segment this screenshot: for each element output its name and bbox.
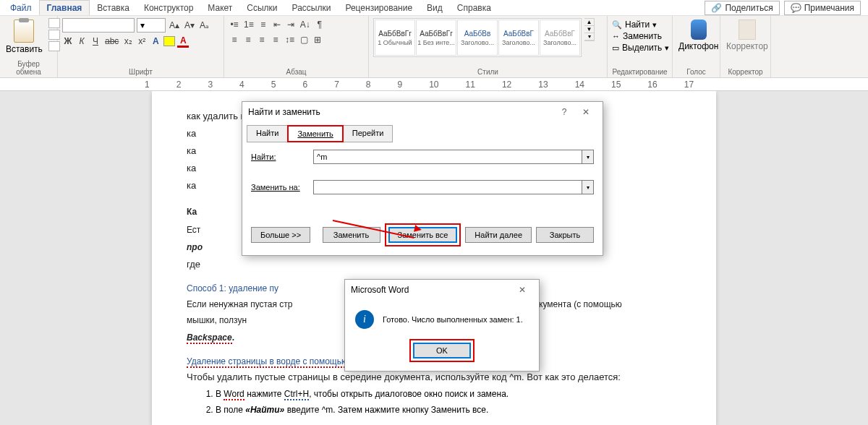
message-dialog: Microsoft Word ✕ i Готово. Число выполне… <box>344 279 540 372</box>
font-color-button[interactable]: A <box>177 35 189 48</box>
font-size-combo[interactable]: ▾ <box>137 18 166 33</box>
tab-replace[interactable]: Заменить <box>287 125 343 142</box>
select-button[interactable]: ▭ Выделить ▾ <box>612 43 669 53</box>
comments-button[interactable]: 💬Примечания <box>784 1 861 15</box>
tab-goto[interactable]: Перейти <box>343 125 393 142</box>
style-normal[interactable]: АаБбВвГг1 Обычный <box>375 20 415 56</box>
tab-design[interactable]: Конструктор <box>137 1 200 15</box>
group-font-label: Шрифт <box>62 66 219 77</box>
style-heading2[interactable]: АаБбВвГЗаголово... <box>498 20 539 56</box>
bullets-button[interactable]: •≡ <box>229 18 240 31</box>
group-paragraph-label: Абзац <box>229 66 364 77</box>
grow-font-button[interactable]: A▴ <box>168 19 181 32</box>
doc-list-item[interactable]: В Word нажмите Ctrl+H, чтобы открыть диа… <box>216 387 651 403</box>
justify-button[interactable]: ≡ <box>270 33 281 46</box>
group-clipboard-label: Буфер обмена <box>4 59 53 77</box>
clear-format-button[interactable]: Aₐ <box>198 19 210 32</box>
mic-icon <box>691 20 707 40</box>
find-dropdown[interactable]: ▾ <box>582 150 593 163</box>
line-spacing-button[interactable]: ↕≡ <box>284 33 296 46</box>
shrink-font-button[interactable]: A▾ <box>183 19 196 32</box>
group-corrector-label: Корректор <box>725 66 766 77</box>
paste-icon <box>14 20 34 43</box>
subscript-button[interactable]: x₂ <box>122 35 134 48</box>
tab-help[interactable]: Справка <box>450 1 498 15</box>
info-icon: i <box>355 310 374 329</box>
msg-title: Microsoft Word <box>351 285 409 295</box>
menu-bar: Файл Главная Вставка Конструктор Макет С… <box>0 0 868 16</box>
replace-one-button[interactable]: Заменить <box>323 227 380 243</box>
doc-paragraph[interactable]: Чтобы удалить пустые страницы в середине… <box>187 369 651 385</box>
underline-button[interactable]: Ч <box>90 35 101 48</box>
dialog-help-button[interactable]: ? <box>553 107 575 117</box>
tab-view[interactable]: Вид <box>420 1 450 15</box>
tab-insert[interactable]: Вставка <box>90 1 137 15</box>
superscript-button[interactable]: x² <box>136 35 148 48</box>
doc-list-item[interactable]: В поле «Найти» введите ^m. Затем нажмите… <box>216 403 651 418</box>
gallery-up[interactable]: ▲ <box>584 19 594 26</box>
ruler[interactable]: 1234567891011121314151617 <box>0 78 868 91</box>
align-right-button[interactable]: ≡ <box>256 33 268 46</box>
close-dialog-button[interactable]: Закрыть <box>536 227 594 243</box>
dialog-close-button[interactable]: ✕ <box>575 107 597 117</box>
ribbon: Вставить Буфер обмена ▾ A▴ A▾ Aₐ Ж К Ч <box>0 16 868 78</box>
tab-find[interactable]: Найти <box>247 125 288 142</box>
numbering-button[interactable]: 1≡ <box>242 18 255 31</box>
find-replace-dialog: Найти и заменить ? ✕ Найти Заменить Пере… <box>242 101 603 256</box>
indent-left-button[interactable]: ⇤ <box>271 18 283 31</box>
tab-references[interactable]: Ссылки <box>239 1 284 15</box>
strike-button[interactable]: abc <box>103 35 120 48</box>
highlight-button[interactable] <box>163 36 175 46</box>
replace-input[interactable] <box>314 181 582 194</box>
shading-button[interactable]: ▢ <box>298 33 310 46</box>
sort-button[interactable]: A↓ <box>299 18 312 31</box>
tab-layout[interactable]: Макет <box>200 1 239 15</box>
dialog-title: Найти и заменить <box>248 107 320 117</box>
style-heading1[interactable]: АаБбВвЗаголово... <box>457 20 498 56</box>
group-styles-label: Стили <box>373 66 603 77</box>
more-button[interactable]: Больше >> <box>251 227 310 243</box>
msg-text: Готово. Число выполненных замен: 1. <box>383 315 523 324</box>
align-center-button[interactable]: ≡ <box>242 33 254 46</box>
doc-heading-fragment[interactable]: Ка <box>187 207 197 217</box>
find-input[interactable] <box>314 150 582 163</box>
corrector-icon <box>739 20 756 40</box>
group-voice-label: Голос <box>677 66 715 77</box>
find-label: Найти: <box>251 153 307 161</box>
msg-close-button[interactable]: ✕ <box>511 285 533 295</box>
gallery-down[interactable]: ▼ <box>584 26 594 33</box>
align-left-button[interactable]: ≡ <box>229 33 240 46</box>
group-editing-label: Редактирование <box>612 66 668 77</box>
indent-right-button[interactable]: ⇥ <box>285 18 297 31</box>
style-heading3[interactable]: АаБбВвГЗаголово... <box>540 20 580 56</box>
styles-gallery[interactable]: АаБбВвГг1 Обычный АаБбВвГг1 Без инте... … <box>373 18 582 57</box>
tab-home[interactable]: Главная <box>39 0 90 15</box>
paste-button[interactable]: Вставить <box>4 18 44 56</box>
bold-button[interactable]: Ж <box>62 35 74 48</box>
tab-review[interactable]: Рецензирование <box>338 1 420 15</box>
replace-label: Заменить на: <box>251 183 307 192</box>
tab-mailings[interactable]: Рассылки <box>285 1 339 15</box>
gallery-more[interactable]: ▾ <box>584 33 594 40</box>
corrector-button[interactable]: Корректор <box>725 18 770 53</box>
dictate-button[interactable]: Диктофон <box>677 18 720 53</box>
replace-button[interactable]: ↔ Заменить <box>612 31 669 41</box>
italic-button[interactable]: К <box>76 35 88 48</box>
menu-file[interactable]: Файл <box>3 1 39 15</box>
replace-all-button[interactable]: Заменить все <box>388 227 458 243</box>
share-button[interactable]: 🔗Поделиться <box>705 1 779 15</box>
multilevel-button[interactable]: ≡ <box>258 18 269 31</box>
doc-paragraph[interactable]: где <box>187 257 651 272</box>
text-effects-button[interactable]: A <box>150 35 161 48</box>
font-name-combo[interactable] <box>62 18 135 33</box>
borders-button[interactable]: ⊞ <box>312 33 323 46</box>
msg-ok-button[interactable]: OK <box>413 343 471 359</box>
find-next-button[interactable]: Найти далее <box>465 227 532 243</box>
replace-dropdown[interactable]: ▾ <box>582 181 593 194</box>
show-marks-button[interactable]: ¶ <box>314 18 326 31</box>
find-button[interactable]: 🔍 Найти ▾ <box>612 20 669 30</box>
style-no-spacing[interactable]: АаБбВвГг1 Без инте... <box>416 20 456 56</box>
